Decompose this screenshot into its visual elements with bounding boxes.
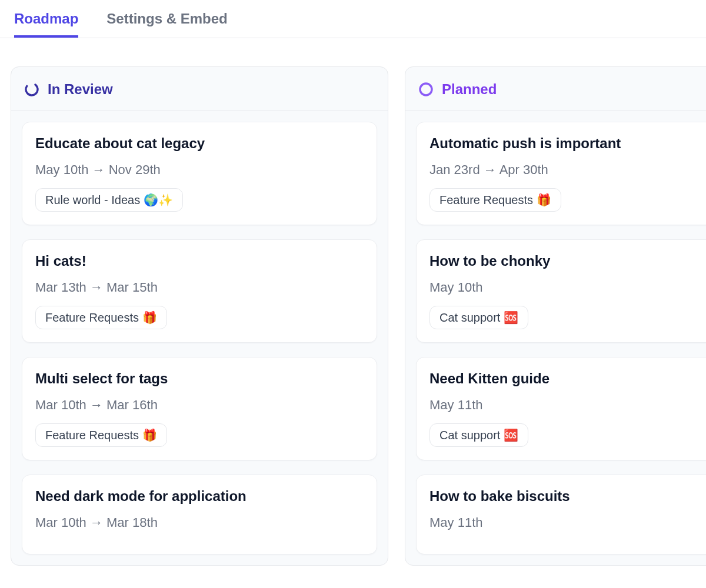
roadmap-card[interactable]: How to bake biscuits May 11th	[416, 475, 706, 554]
card-title: Need dark mode for application	[35, 488, 364, 505]
tag-pill[interactable]: Rule world - Ideas 🌍✨	[35, 188, 183, 212]
roadmap-card[interactable]: Educate about cat legacy May 10th → Nov …	[22, 122, 377, 225]
card-date-range: Mar 10th → Mar 16th	[35, 397, 364, 413]
tab-settings-embed[interactable]: Settings & Embed	[106, 11, 227, 38]
tag-pill[interactable]: Feature Requests 🎁	[429, 188, 561, 212]
roadmap-card[interactable]: How to be chonky May 10th Cat support 🆘	[416, 239, 706, 343]
tag-pill[interactable]: Cat support 🆘	[429, 306, 528, 329]
card-title: Hi cats!	[35, 253, 364, 269]
card-date-range: May 10th → Nov 29th	[35, 162, 364, 178]
tag-pill[interactable]: Cat support 🆘	[429, 423, 528, 447]
card-date-range: May 10th	[429, 280, 706, 295]
card-date-range: May 11th	[429, 515, 706, 530]
card-title: How to bake biscuits	[429, 488, 706, 505]
roadmap-card[interactable]: Need Kitten guide May 11th Cat support 🆘	[416, 357, 706, 460]
column-header-in-review: In Review	[11, 67, 388, 111]
card-tags: Cat support 🆘	[429, 306, 706, 329]
tab-bar: Roadmap Settings & Embed	[0, 0, 706, 38]
roadmap-board: In Review Educate about cat legacy May 1…	[0, 38, 706, 576]
in-review-icon	[24, 82, 39, 97]
column-planned: Planned Automatic push is important Jan …	[405, 66, 706, 566]
roadmap-card[interactable]: Need dark mode for application Mar 10th …	[22, 475, 377, 554]
column-title-in-review: In Review	[48, 81, 113, 98]
card-title: Educate about cat legacy	[35, 135, 364, 152]
tag-pill[interactable]: Feature Requests 🎁	[35, 423, 167, 447]
roadmap-card[interactable]: Automatic push is important Jan 23rd → A…	[416, 122, 706, 225]
tag-pill[interactable]: Feature Requests 🎁	[35, 306, 167, 329]
svg-point-1	[420, 83, 432, 95]
card-date-range: May 11th	[429, 397, 706, 413]
column-header-planned: Planned	[405, 67, 706, 111]
card-tags: Rule world - Ideas 🌍✨	[35, 188, 364, 212]
card-tags: Feature Requests 🎁	[35, 423, 364, 447]
tab-roadmap[interactable]: Roadmap	[14, 11, 78, 38]
card-tags: Cat support 🆘	[429, 423, 706, 447]
card-title: Multi select for tags	[35, 370, 364, 387]
card-title: How to be chonky	[429, 253, 706, 269]
card-date-range: Mar 10th → Mar 18th	[35, 515, 364, 530]
column-title-planned: Planned	[442, 81, 497, 98]
column-cards-in-review: Educate about cat legacy May 10th → Nov …	[11, 111, 388, 565]
card-title: Automatic push is important	[429, 135, 706, 152]
card-title: Need Kitten guide	[429, 370, 706, 387]
card-tags: Feature Requests 🎁	[35, 306, 364, 329]
planned-icon	[418, 82, 434, 97]
roadmap-card[interactable]: Multi select for tags Mar 10th → Mar 16t…	[22, 357, 377, 460]
column-in-review: In Review Educate about cat legacy May 1…	[11, 66, 388, 566]
svg-point-0	[24, 82, 39, 97]
roadmap-card[interactable]: Hi cats! Mar 13th → Mar 15th Feature Req…	[22, 239, 377, 343]
card-tags: Feature Requests 🎁	[429, 188, 706, 212]
card-date-range: Jan 23rd → Apr 30th	[429, 162, 706, 178]
card-date-range: Mar 13th → Mar 15th	[35, 280, 364, 295]
column-cards-planned: Automatic push is important Jan 23rd → A…	[405, 111, 706, 565]
